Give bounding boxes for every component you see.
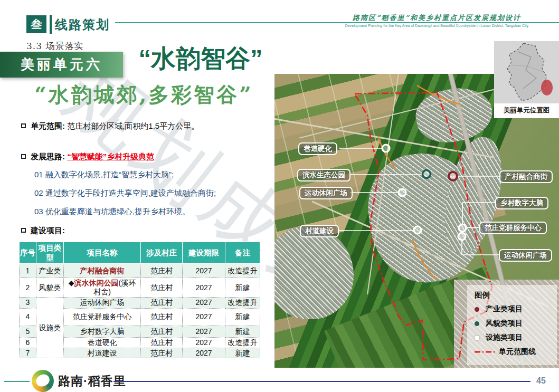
slide-page: 规划成果 叁 线路策划 路南区“稻香里”和美乡村重点片区发展规划设计 Devel… [0,0,559,392]
cell-no: 5 [20,326,36,337]
map-label-binshui: 滨水生态公园 [297,169,350,181]
page-number: 45 [536,376,546,386]
section-number: 3.3 场景落实 [26,40,83,52]
idea-point-3: 03 优化重要廊道与坑塘绿心,提升乡村环境。 [34,207,190,217]
map-label-dangqun: 范庄党群服务中心 [479,222,547,234]
scope-text: 范庄村部分区域,面积约1.5平方公里。 [67,121,199,130]
cell-name: 产村融合商街 [64,264,141,278]
document-title-cn: 路南区“稻香里”和美乡村重点片区发展规划设计 [317,13,557,23]
cell-type: 产业类 [36,264,64,278]
cell-period: 2027 [183,264,225,278]
legend-item-facility: 设施类项目 [475,333,557,342]
idea-point-2: 02 通过数字化手段打造共享空间,建设产城融合商街; [34,188,216,198]
legend-label: 单元范围线 [499,347,536,357]
cell-note: 新建 [225,348,260,358]
footer-rule-right [113,381,530,382]
facility-marker [458,233,466,240]
col-header-type: 项目类型 [36,242,64,264]
cell-type-group: 设施类 [36,297,64,358]
facility-marker [459,224,466,232]
legend-title: 图例 [475,290,557,300]
projects-row: 建设项目: [21,226,65,236]
facility-marker [399,189,406,196]
cell-village: 范庄村 [141,308,183,326]
cell-note: 新建 [225,308,260,326]
cell-note: 新建 [225,278,260,298]
cell-note: 改造提升 [225,264,260,278]
cell-village: 范庄村 [141,297,183,308]
map-label-shuzi: 乡村数字大脑 [495,197,548,209]
map-label-yundong-left: 运动休闲广场 [299,187,353,199]
cell-village: 范庄村 [141,348,183,358]
orange-road [413,240,436,280]
col-header-note: 备注 [225,242,260,264]
square-bullet-icon [21,154,26,159]
location-inset-panel: 美丽单元位置图 [494,41,559,118]
cell-no: 6 [20,337,36,348]
brand-logo-icon [32,370,54,392]
cell-name: ◆滨水休闲公园(溪环村舍) [64,278,141,298]
cell-period: 2027 [183,348,225,358]
map-label-chancun: 产村融合商街 [499,170,553,183]
document-title-en: Development Planning for the Key Area of… [317,24,557,27]
cell-name: 运动休闲广场 [64,297,141,308]
cell-name: 乡村数字大脑 [64,326,141,337]
legend-item-style: 风貌类项目 [475,319,557,328]
cell-no: 1 [20,264,36,278]
cell-village: 范庄村 [141,278,183,298]
cell-note: 改造提升 [225,297,260,308]
legend-item-industry: 产业类项目 [475,304,557,314]
legend-label: 风貌类项目 [486,319,523,328]
legend-label: 设施类项目 [486,333,523,342]
unit-badge: 美丽单元六 [0,52,123,78]
map-label-yundong-right: 运动休闲广场 [499,249,552,262]
cell-village: 范庄村 [141,337,183,348]
table-row: 1 产业类 产村融合商街 范庄村 2027 改造提升 [20,264,260,278]
cell-name-main: 滨水休闲公园 [74,279,119,287]
projects-table: 序号 项目类型 项目名称 涉及村庄 建设期限 备注 1 产业类 产村融合商街 范… [19,242,260,358]
legend-label: 产业类项目 [486,304,523,314]
projects-label: 建设项目: [31,226,65,235]
col-header-village: 涉及村庄 [141,242,183,264]
unit-slogan: “水韵城郊,多彩智谷” [13,81,274,109]
map-legend: 图例 产业类项目 风貌类项目 设施类项目 单元范围线 [467,285,557,365]
col-header-name: 项目名称 [64,242,141,264]
scope-label: 单元范围: [31,121,65,130]
style-marker [423,170,431,178]
unit-location-highlight [541,80,553,95]
idea-highlight: “智慧赋能”乡村升级典范 [67,152,154,161]
cell-type: 风貌类 [36,278,64,298]
idea-row: 发展思路: “智慧赋能”乡村升级典范 [21,152,154,162]
table-row: 2 风貌类 ◆滨水休闲公园(溪环村舍) 范庄村 2027 新建 [20,278,260,298]
cell-village: 范庄村 [141,326,183,337]
district-outline [494,41,559,103]
cell-name: 巷道硬化 [64,337,141,348]
facility-ring-icon [475,336,479,340]
cell-period: 2027 [183,326,225,337]
idea-point-1: 01 融入数字化场景,打造“智慧乡村大脑”; [34,170,174,180]
cell-no: 3 [20,297,36,308]
cell-period: 2027 [183,308,225,326]
chapter-divider-bar [50,15,52,34]
industry-marker [449,172,457,180]
col-header-period: 建设期限 [183,242,225,264]
style-ring-icon [475,321,479,326]
scope-row: 单元范围: 范庄村部分区域,面积约1.5平方公里。 [21,121,199,131]
cell-note: 改造提升 [225,337,260,348]
cell-period: 2027 [183,297,225,308]
table-header-row: 序号 项目类型 项目名称 涉及村庄 建设期限 备注 [20,242,260,264]
cell-no: 7 [20,348,36,358]
facility-marker [414,226,421,234]
industry-ring-icon [475,307,479,312]
col-header-no: 序号 [20,242,36,264]
square-bullet-icon [21,228,26,233]
cell-name: 村道建设 [64,348,141,358]
legend-item-boundary: 单元范围线 [475,347,557,357]
footer-rule-left [4,381,30,382]
cell-village: 范庄村 [141,264,183,278]
chapter-title: 线路策划 [55,16,110,33]
location-inset-map [494,41,559,103]
table-row: 3 设施类 运动休闲广场 范庄村 2027 改造提升 [20,297,260,308]
chapter-number-badge: 叁 [26,15,46,33]
facility-marker [382,145,390,152]
